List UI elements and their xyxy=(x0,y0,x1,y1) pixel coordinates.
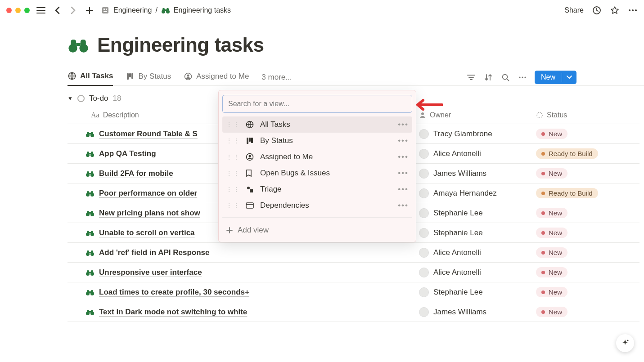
clock-icon[interactable] xyxy=(592,5,602,15)
drag-handle-icon[interactable]: ⋮⋮ xyxy=(226,153,240,161)
status-badge[interactable]: New xyxy=(536,208,567,218)
drag-handle-icon[interactable]: ⋮⋮ xyxy=(226,202,240,209)
add-view-button[interactable]: Add view xyxy=(222,221,412,239)
status-badge[interactable]: New xyxy=(536,307,567,317)
view-label: All Tasks xyxy=(260,120,290,129)
view-option[interactable]: ⋮⋮Assigned to Me••• xyxy=(222,149,412,165)
breadcrumb-parent[interactable]: Engineering xyxy=(113,6,152,14)
svg-point-29 xyxy=(537,112,542,118)
window-titlebar: Engineering / Engineering tasks Share xyxy=(0,0,644,20)
person-icon xyxy=(419,112,426,119)
view-more-icon[interactable]: ••• xyxy=(398,120,409,129)
minimize-window-icon[interactable] xyxy=(15,8,21,13)
status-badge[interactable]: Ready to Build xyxy=(536,188,598,198)
more-icon[interactable] xyxy=(628,5,638,15)
task-title[interactable]: New pricing plans not show xyxy=(99,209,200,218)
text-type-icon: Aa xyxy=(91,111,99,119)
forward-icon[interactable] xyxy=(68,5,78,15)
svg-rect-67 xyxy=(87,270,89,273)
task-title[interactable]: Text in Dark mode not switching to white xyxy=(99,308,247,317)
task-title[interactable]: Add 'ref' field in API Response xyxy=(99,248,210,257)
avatar xyxy=(419,149,429,159)
view-more-icon[interactable]: ••• xyxy=(398,136,409,145)
binoculars-icon xyxy=(86,229,95,237)
task-title[interactable]: Unresponsive user interface xyxy=(99,268,202,277)
new-button[interactable]: New xyxy=(535,71,576,84)
task-title[interactable]: Customer Round Table & S xyxy=(99,130,198,139)
status-badge[interactable]: New xyxy=(536,287,567,297)
status-badge[interactable]: New xyxy=(536,247,567,258)
table-row[interactable]: Unresponsive user interfaceAlice Antonel… xyxy=(68,263,639,282)
binoculars-icon xyxy=(86,249,95,256)
status-badge[interactable]: Ready to Build xyxy=(536,148,598,159)
globe-icon xyxy=(68,72,77,80)
view-option[interactable]: ⋮⋮By Status••• xyxy=(222,133,412,149)
table-row[interactable]: Load times to create profile, 30 seconds… xyxy=(68,282,639,302)
sort-icon[interactable] xyxy=(483,72,493,82)
svg-rect-1 xyxy=(104,9,105,10)
status-badge[interactable]: New xyxy=(536,168,567,179)
drag-handle-icon[interactable]: ⋮⋮ xyxy=(226,137,240,144)
task-title[interactable]: Load times to create profile, 30 seconds… xyxy=(99,288,249,297)
new-page-icon[interactable] xyxy=(85,5,95,15)
filter-icon[interactable] xyxy=(466,72,476,82)
view-more-icon[interactable]: ••• xyxy=(398,185,409,194)
svg-rect-6 xyxy=(162,8,165,11)
search-view-input[interactable] xyxy=(222,95,412,113)
tab-all-tasks[interactable]: All Tasks xyxy=(68,69,113,86)
divider xyxy=(222,217,412,218)
table-row[interactable]: Add 'ref' field in API ResponseAlice Ant… xyxy=(68,243,639,263)
table-row[interactable]: Text in Dark mode not switching to white… xyxy=(68,302,639,322)
svg-point-28 xyxy=(421,112,424,115)
owner-name: Alice Antonelli xyxy=(433,268,481,277)
svg-point-12 xyxy=(635,9,637,11)
owner-name: Amaya Hernandez xyxy=(433,189,497,198)
more-tabs-button[interactable]: 3 more... xyxy=(261,73,292,82)
page-title[interactable]: Engineering tasks xyxy=(97,34,264,56)
drag-handle-icon[interactable]: ⋮⋮ xyxy=(226,186,240,193)
task-title[interactable]: Poor performance on older xyxy=(99,189,197,198)
share-button[interactable]: Share xyxy=(564,6,584,14)
collapse-icon[interactable]: ▼ xyxy=(68,95,73,102)
back-icon[interactable] xyxy=(52,5,62,15)
view-option[interactable]: ⋮⋮All Tasks••• xyxy=(222,116,412,133)
view-more-icon[interactable]: ••• xyxy=(398,169,409,178)
status-badge[interactable]: New xyxy=(536,228,567,238)
drag-handle-icon[interactable]: ⋮⋮ xyxy=(226,121,240,128)
view-option[interactable]: ⋮⋮Dependencies••• xyxy=(222,197,412,214)
chevron-down-icon[interactable] xyxy=(562,73,576,82)
svg-point-86 xyxy=(247,187,250,189)
status-badge[interactable]: New xyxy=(536,267,567,277)
task-title[interactable]: Unable to scroll on vertica xyxy=(99,228,195,237)
view-options-icon[interactable] xyxy=(518,72,527,82)
maximize-window-icon[interactable] xyxy=(24,8,30,13)
page-icon[interactable] xyxy=(68,36,89,54)
drag-handle-icon[interactable]: ⋮⋮ xyxy=(226,170,240,177)
binoculars-icon xyxy=(86,210,95,217)
view-option[interactable]: ⋮⋮Open Bugs & Issues••• xyxy=(222,165,412,181)
task-title[interactable]: Build 2FA for mobile xyxy=(99,169,173,178)
view-more-icon[interactable]: ••• xyxy=(398,152,409,161)
tab-by-status[interactable]: By Status xyxy=(126,69,171,85)
close-window-icon[interactable] xyxy=(6,8,12,13)
tab-assigned-to-me[interactable]: Assigned to Me xyxy=(184,69,249,85)
bookmark-icon xyxy=(246,169,255,177)
search-icon[interactable] xyxy=(500,72,510,82)
sidebar-toggle-icon[interactable] xyxy=(36,5,46,15)
column-owner[interactable]: Owner xyxy=(419,111,536,119)
tab-label: By Status xyxy=(138,72,171,81)
svg-rect-58 xyxy=(91,231,93,233)
view-more-icon[interactable]: ••• xyxy=(398,201,409,210)
svg-rect-79 xyxy=(89,311,91,313)
tab-label: All Tasks xyxy=(80,72,113,80)
column-status[interactable]: Status xyxy=(536,111,639,119)
svg-rect-32 xyxy=(87,132,89,134)
breadcrumb-page[interactable]: Engineering tasks xyxy=(174,6,231,14)
view-option[interactable]: ⋮⋮Triage••• xyxy=(222,181,412,197)
star-icon[interactable] xyxy=(610,5,620,15)
svg-rect-38 xyxy=(91,152,93,154)
svg-rect-74 xyxy=(89,291,91,293)
task-title[interactable]: App QA Testing xyxy=(99,149,156,158)
status-badge[interactable]: New xyxy=(536,129,567,139)
binoculars-icon xyxy=(86,130,95,138)
